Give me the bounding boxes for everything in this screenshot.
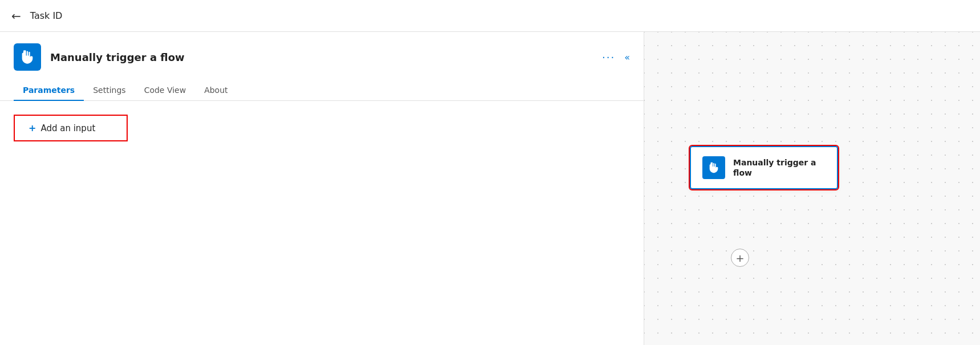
trigger-icon [19, 49, 35, 65]
plus-icon: + [29, 123, 36, 133]
main-container: Manually trigger a flow ··· « Parameters… [0, 32, 980, 345]
top-header: ← Task ID [0, 0, 980, 32]
back-arrow-icon: ← [11, 10, 21, 22]
tabs-bar: Parameters Settings Code View About [0, 80, 644, 101]
tab-code-view[interactable]: Code View [135, 80, 196, 100]
canvas-panel: Manually trigger aflow + [644, 32, 980, 345]
panel-actions: ··· « [602, 51, 630, 63]
add-step-icon: + [735, 252, 744, 264]
panel-title: Manually trigger a flow [50, 51, 602, 63]
add-step-button[interactable]: + [731, 249, 749, 267]
card-text: Manually trigger aflow [733, 157, 816, 178]
trigger-icon-box [14, 43, 41, 71]
add-input-button[interactable]: + Add an input [14, 115, 128, 141]
card-icon-box [702, 156, 725, 179]
panel-content: + Add an input [0, 101, 644, 345]
tab-parameters[interactable]: Parameters [14, 80, 84, 100]
collapse-button[interactable]: « [624, 52, 630, 63]
left-panel: Manually trigger a flow ··· « Parameters… [0, 32, 644, 345]
canvas-flow-card[interactable]: Manually trigger aflow [690, 146, 838, 189]
tab-settings[interactable]: Settings [84, 80, 135, 100]
panel-header: Manually trigger a flow ··· « [0, 32, 644, 80]
back-button[interactable]: ← [11, 10, 21, 22]
add-input-label: Add an input [40, 123, 95, 133]
more-options-button[interactable]: ··· [602, 51, 615, 63]
page-title: Task ID [30, 10, 63, 21]
card-trigger-icon [707, 161, 720, 174]
tab-about[interactable]: About [195, 80, 237, 100]
card-title: Manually trigger aflow [733, 158, 816, 177]
